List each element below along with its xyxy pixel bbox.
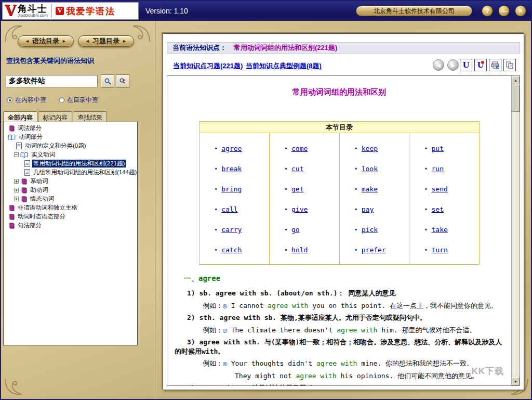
bullet-icon: • bbox=[424, 145, 428, 152]
tree-item[interactable]: −实义动词 bbox=[4, 150, 137, 159]
toc-link[interactable]: keep bbox=[362, 145, 378, 152]
doc-icon bbox=[16, 143, 22, 149]
book-open-icon bbox=[20, 152, 28, 158]
toc-link[interactable]: catch bbox=[221, 246, 242, 254]
toc-item: •keep bbox=[354, 138, 409, 159]
bullet-icon: • bbox=[284, 145, 288, 152]
toc-link[interactable]: come bbox=[291, 145, 308, 152]
toc-link[interactable]: prefer bbox=[362, 246, 386, 254]
bullet-icon: • bbox=[424, 206, 428, 213]
exercise-catalog-button[interactable]: ◄ 习题目录 ► bbox=[78, 35, 134, 47]
print-preview-button[interactable] bbox=[489, 59, 501, 71]
toc-link[interactable]: agree bbox=[221, 145, 242, 152]
logo-domain: JiaoDouShi.com bbox=[18, 14, 48, 18]
company-badge: 北京角斗士软件技术有限公司 bbox=[356, 6, 472, 16]
tree-item-label: 几组常用动词词组的用法和区别(144题) bbox=[32, 169, 138, 176]
version-label: Version: 1.10 bbox=[145, 7, 188, 15]
toc-item: •catch bbox=[214, 240, 269, 260]
content-area: 常用动词词组的用法和区别 本节目录 •agree•break•bring•cal… bbox=[167, 76, 511, 385]
unmark-button[interactable]: U bbox=[474, 59, 487, 71]
bullet-icon: • bbox=[284, 165, 288, 173]
toc-link[interactable]: bring bbox=[221, 185, 242, 193]
app-window: V 角斗士 JiaoDouShi.com V 我爱学语法 Version: 1.… bbox=[0, 0, 532, 400]
keyword-input[interactable] bbox=[6, 75, 98, 87]
toc-link[interactable]: put bbox=[431, 145, 443, 152]
wing-left-icon: ◄ bbox=[85, 38, 90, 44]
expand-icon[interactable]: + bbox=[14, 197, 19, 201]
forward-button[interactable]: ▶ bbox=[447, 59, 459, 71]
knowledge-point-strip: 当前语法知识点： 常用动词词组的用法和区别(221题) bbox=[167, 42, 520, 54]
copy-pages-button[interactable] bbox=[503, 59, 516, 71]
close-button[interactable]: × bbox=[515, 5, 526, 17]
minimize-button[interactable]: — bbox=[498, 5, 510, 17]
scrollbar[interactable]: ▲ ▼ bbox=[511, 76, 520, 385]
help-button[interactable]: ? bbox=[482, 5, 493, 17]
toc-link[interactable]: carry bbox=[221, 226, 242, 234]
tree-item[interactable]: 动词的定义和分类(0题) bbox=[4, 141, 137, 150]
tree-item[interactable]: 动词部分 bbox=[4, 133, 137, 141]
toc-link[interactable]: make bbox=[362, 185, 378, 193]
app-logo-icon: V bbox=[56, 7, 64, 15]
content-line: 1) sb. agree with sb. (about/on sth.)： 同… bbox=[175, 289, 506, 298]
toc-link[interactable]: give bbox=[291, 205, 308, 213]
toc-link[interactable]: cut bbox=[291, 165, 303, 173]
toc-link[interactable]: hold bbox=[291, 246, 308, 254]
search-button[interactable] bbox=[101, 74, 114, 88]
tree-item[interactable]: +情态动词 bbox=[4, 195, 137, 203]
tree-item[interactable]: 几组常用动词词组的用法和区别(144题) bbox=[4, 168, 137, 177]
scroll-up-button[interactable]: ▲ bbox=[512, 76, 520, 84]
bullet-icon: • bbox=[214, 165, 218, 173]
tree-item[interactable]: 常用动词词组的用法和区别(221题) bbox=[4, 159, 137, 168]
book-closed-icon bbox=[8, 125, 15, 132]
toc-link[interactable]: pay bbox=[362, 205, 374, 213]
expand-icon[interactable]: + bbox=[14, 188, 19, 192]
toc-link[interactable]: turn bbox=[431, 246, 447, 254]
current-exercises-link[interactable]: 当前知识点习题(221题) bbox=[173, 61, 243, 71]
tree-item[interactable]: +助动词 bbox=[4, 186, 137, 195]
tree-item-label: 句法部分 bbox=[17, 222, 43, 229]
content-line: 例如：◎ The climate there doesn't agree wit… bbox=[203, 326, 506, 335]
toc-link[interactable]: run bbox=[431, 165, 443, 173]
toc-link[interactable]: look bbox=[362, 165, 378, 173]
content-line: 例如：◎ Your thoughts didn't agree with min… bbox=[203, 359, 506, 368]
nav-button-label: 习题目录 bbox=[92, 36, 119, 46]
doc-icon bbox=[24, 160, 30, 167]
search-next-button[interactable] bbox=[116, 74, 129, 88]
mark-button[interactable]: U bbox=[460, 59, 472, 71]
collapse-icon[interactable]: − bbox=[14, 152, 19, 157]
toc-link[interactable]: take bbox=[431, 226, 447, 234]
tree-item-label: 系动词 bbox=[29, 177, 49, 185]
knowledge-point-label: 当前语法知识点： bbox=[172, 43, 227, 53]
tree-item[interactable]: +系动词 bbox=[4, 177, 137, 186]
toc-link[interactable]: go bbox=[291, 226, 300, 234]
tree-item[interactable]: 句法部分 bbox=[4, 221, 137, 230]
bullet-icon: • bbox=[214, 145, 218, 152]
search-section-label: 查找包含某关键词的语法知识 bbox=[6, 56, 94, 66]
scrollbar-thumb[interactable] bbox=[512, 85, 520, 112]
toc-link[interactable]: set bbox=[431, 205, 443, 213]
grammar-catalog-button[interactable]: ◄ 语法目录 ► bbox=[18, 35, 74, 47]
expand-icon[interactable]: + bbox=[14, 179, 19, 184]
toc-link[interactable]: get bbox=[291, 185, 303, 193]
radio-search-catalog[interactable]: 在目录中查 bbox=[59, 96, 98, 105]
bullet-icon: • bbox=[424, 247, 428, 254]
toc-item: •pick bbox=[354, 220, 409, 240]
toc-link[interactable]: break bbox=[221, 165, 242, 173]
typical-examples-link[interactable]: 当前知识点典型例题(8题) bbox=[246, 61, 322, 71]
main-panel: 当前语法知识点： 常用动词词组的用法和区别(221题) 当前知识点习题(221题… bbox=[163, 33, 524, 390]
toc-link[interactable]: pick bbox=[362, 226, 378, 234]
toc-link[interactable]: send bbox=[431, 185, 447, 193]
toc-link[interactable]: call bbox=[221, 205, 237, 213]
radio-search-content[interactable]: 在内容中查 bbox=[7, 96, 46, 105]
toc-column: •come•cut•get•give•go•hold bbox=[269, 133, 339, 265]
scroll-down-button[interactable]: ▼ bbox=[512, 377, 520, 385]
toc-title: 本节目录 bbox=[200, 122, 480, 133]
toc-item: •hold bbox=[284, 240, 339, 260]
tree-item[interactable]: 动词时态语态部分 bbox=[4, 212, 137, 221]
links-toolbar-row: 当前知识点习题(221题) 当前知识点典型例题(8题) ◀ ▶ U U bbox=[167, 57, 520, 74]
search-scope-options: 在内容中查 在目录中查 bbox=[7, 96, 98, 105]
back-button[interactable]: ◀ bbox=[433, 59, 444, 71]
tree-item[interactable]: 词法部分 bbox=[4, 124, 137, 133]
tree-item[interactable]: 非谓语动词和独立主格 bbox=[4, 203, 137, 212]
toc-body-row: •agree•break•bring•call•carry•catch•come… bbox=[200, 133, 480, 265]
